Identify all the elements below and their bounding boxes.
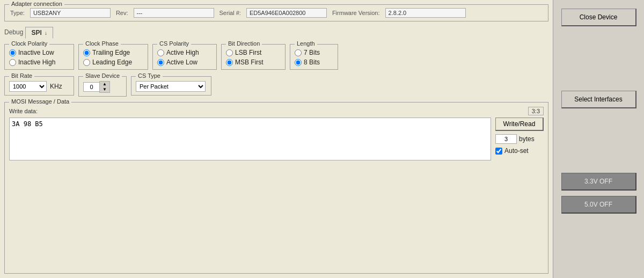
adapter-connection-title: Adapter connection <box>9 1 64 7</box>
cs-polarity-options: Active High Active Low <box>157 49 212 66</box>
clock-polarity-title: Clock Polarity <box>9 40 49 47</box>
active-low-option[interactable]: Active Low <box>157 58 212 66</box>
firmware-input <box>385 8 466 18</box>
mosi-title: MOSI Message / Data <box>9 98 71 105</box>
msb-label: MSB First <box>235 58 264 66</box>
bit-rate-title: Bit Rate <box>9 72 34 79</box>
lsb-radio[interactable] <box>226 49 233 56</box>
bit-rate-group: Bit Rate 250 500 1000 2000 4000 KHz <box>4 76 74 96</box>
write-data-header: Write data: 3:3 <box>9 107 544 115</box>
mosi-group: MOSI Message / Data Write data: 3:3 3A 9… <box>4 102 548 274</box>
bit-direction-title: Bit Direction <box>226 40 262 47</box>
write-data-textarea[interactable]: 3A 98 B5 <box>9 118 491 160</box>
length-title: Length <box>295 40 317 47</box>
auto-set-row: Auto-set <box>495 147 529 155</box>
config-row: Clock Polarity Inactive Low Inactive Hig… <box>4 42 548 70</box>
rev-label: Rev: <box>116 10 128 16</box>
serial-label: Serial #: <box>219 10 241 16</box>
adapter-connection-group: Adapter connection Type: Rev: Serial #: … <box>4 4 548 21</box>
close-device-button[interactable]: Close Device <box>561 9 636 26</box>
lsb-first-option[interactable]: LSB First <box>226 49 281 56</box>
debug-label: Debug <box>4 28 23 36</box>
bit-rate-select[interactable]: 250 500 1000 2000 4000 <box>9 81 47 92</box>
clock-phase-title: Clock Phase <box>83 40 121 47</box>
voltage-33-button[interactable]: 3.3V OFF <box>561 173 636 191</box>
mosi-inner: Write data: 3:3 3A 98 B5 Write/Read byte… <box>9 107 544 160</box>
clock-phase-group: Clock Phase Trailing Edge Leading Edge <box>78 44 148 70</box>
auto-set-checkbox[interactable] <box>495 148 502 155</box>
slave-device-group: Slave Device ▲ ▼ <box>78 76 127 97</box>
msb-radio[interactable] <box>226 59 233 66</box>
leading-edge-radio[interactable] <box>83 59 90 66</box>
active-high-label: Active High <box>166 49 199 56</box>
active-high-radio[interactable] <box>157 49 164 56</box>
inactive-high-option[interactable]: Inactive High <box>9 58 69 66</box>
tab-row: Debug SPI ↓ <box>4 27 548 39</box>
firmware-label: Firmware Version: <box>332 10 380 16</box>
clock-polarity-options: Inactive Low Inactive High <box>9 49 69 66</box>
bitrate-row: Bit Rate 250 500 1000 2000 4000 KHz Slav… <box>4 74 548 97</box>
leading-edge-option[interactable]: Leading Edge <box>83 58 143 66</box>
bit-rate-unit: KHz <box>50 83 62 90</box>
slave-device-stepper[interactable]: ▲ ▼ <box>99 81 110 93</box>
inactive-high-radio[interactable] <box>9 59 16 66</box>
active-high-option[interactable]: Active High <box>157 49 212 56</box>
right-panel: Close Device Select Interfaces 3.3V OFF … <box>553 0 644 278</box>
7bits-radio[interactable] <box>295 49 302 56</box>
bytes-row: bytes <box>495 134 535 144</box>
mosi-controls: Write/Read bytes Auto-set <box>495 118 544 155</box>
cs-type-title: CS Type <box>136 72 163 79</box>
bit-direction-group: Bit Direction LSB First MSB First <box>221 44 286 70</box>
8bits-label: 8 Bits <box>304 58 320 66</box>
bit-direction-options: LSB First MSB First <box>226 49 281 66</box>
active-low-label: Active Low <box>166 58 197 66</box>
rev-input <box>134 8 214 18</box>
slave-device-title: Slave Device <box>83 72 122 79</box>
8bits-option[interactable]: 8 Bits <box>295 58 333 66</box>
clock-phase-options: Trailing Edge Leading Edge <box>83 49 143 66</box>
stepper-down-button[interactable]: ▼ <box>100 87 109 92</box>
length-group: Length 7 Bits 8 Bits <box>290 44 338 70</box>
cs-type-select[interactable]: Per Packet Per Byte Manual <box>136 81 206 92</box>
select-interfaces-button[interactable]: Select Interfaces <box>561 91 636 108</box>
write-read-button[interactable]: Write/Read <box>495 118 544 131</box>
stepper-up-button[interactable]: ▲ <box>100 82 109 87</box>
7bits-label: 7 Bits <box>304 49 320 56</box>
length-options: 7 Bits 8 Bits <box>295 49 333 66</box>
msb-first-option[interactable]: MSB First <box>226 58 281 66</box>
7bits-option[interactable]: 7 Bits <box>295 49 333 56</box>
trailing-edge-option[interactable]: Trailing Edge <box>83 49 143 56</box>
inactive-low-option[interactable]: Inactive Low <box>9 49 69 56</box>
trailing-edge-radio[interactable] <box>83 49 90 56</box>
slave-device-input[interactable] <box>83 82 99 92</box>
mosi-main: 3A 98 B5 Write/Read bytes Auto-set <box>9 118 544 160</box>
inactive-low-radio[interactable] <box>9 49 16 56</box>
serial-input <box>246 8 327 18</box>
cs-polarity-title: CS Polarity <box>157 40 191 47</box>
write-data-label: Write data: <box>9 108 38 114</box>
trailing-edge-label: Trailing Edge <box>92 49 130 56</box>
byte-count-display: 3:3 <box>528 107 544 115</box>
active-low-radio[interactable] <box>157 59 164 66</box>
cs-type-group: CS Type Per Packet Per Byte Manual <box>131 76 211 96</box>
inactive-high-label: Inactive High <box>18 58 55 66</box>
type-input <box>30 8 111 18</box>
tab-spi[interactable]: SPI ↓ <box>25 27 53 39</box>
type-label: Type: <box>10 10 25 16</box>
voltage-50-button[interactable]: 5.0V OFF <box>561 196 636 214</box>
clock-polarity-group: Clock Polarity Inactive Low Inactive Hig… <box>4 44 74 70</box>
bytes-label: bytes <box>519 135 535 143</box>
leading-edge-label: Leading Edge <box>92 58 132 66</box>
bytes-input[interactable] <box>495 134 517 144</box>
tab-arrow-icon: ↓ <box>45 30 47 36</box>
8bits-radio[interactable] <box>295 59 302 66</box>
lsb-label: LSB First <box>235 49 261 56</box>
inactive-low-label: Inactive Low <box>18 49 54 56</box>
cs-polarity-group: CS Polarity Active High Active Low <box>152 44 217 70</box>
auto-set-label: Auto-set <box>504 147 529 155</box>
